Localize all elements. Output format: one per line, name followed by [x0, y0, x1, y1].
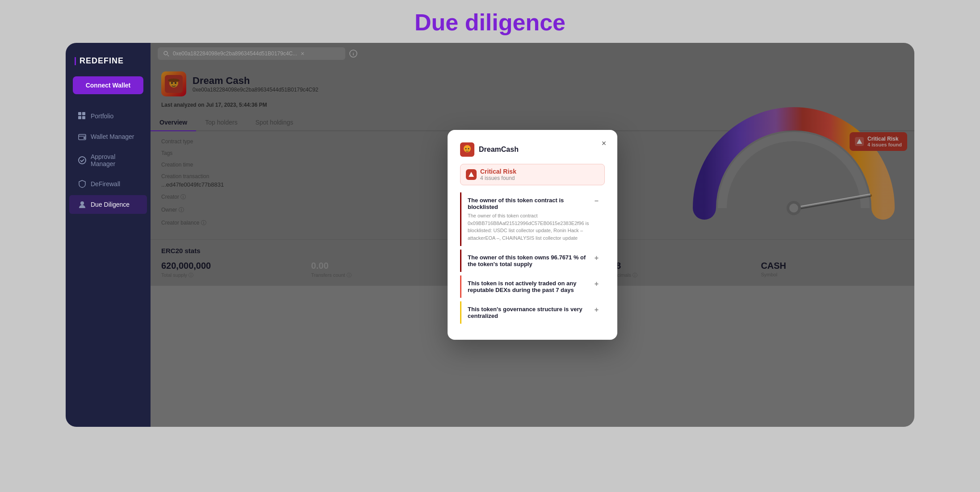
svg-rect-1: [82, 112, 85, 115]
sidebar-item-defirewall[interactable]: DeFirewall: [69, 175, 147, 193]
list-item: The owner of this token owns 96.7671 % o…: [460, 250, 605, 272]
modal-token-avatar: [460, 142, 474, 157]
logo-bar-icon: [75, 57, 76, 65]
connect-wallet-button[interactable]: Connect Wallet: [73, 76, 143, 94]
list-item: This token's governance structure is ver…: [460, 301, 605, 324]
sidebar-item-label-wallet: Wallet Manager: [91, 133, 134, 140]
issue-title-owns-supply: The owner of this token owns 96.7671 % o…: [468, 254, 599, 267]
issue-toggle-blocklisted[interactable]: –: [595, 197, 599, 205]
modal-token-name: DreamCash: [479, 146, 519, 154]
modal-header: DreamCash: [460, 142, 605, 157]
issue-desc-blocklisted: The owner of this token contract 0x09BB7…: [468, 212, 599, 242]
main-content: 0xe00a182284098e9c2ba89634544d51B0179c4C…: [151, 43, 914, 427]
svg-rect-25: [471, 174, 472, 175]
sidebar-item-portfolio[interactable]: Portfolio: [69, 107, 147, 125]
issue-title-blocklisted: The owner of this token contract is bloc…: [468, 197, 599, 210]
svg-rect-0: [78, 112, 81, 115]
modal-risk-count: 4 issues found: [480, 175, 516, 181]
sidebar-nav: Portfolio Wallet Manager Approval Manage…: [66, 107, 151, 214]
issue-toggle-centralized[interactable]: +: [595, 306, 599, 314]
modal-risk-info: Critical Risk 4 issues found: [480, 168, 516, 181]
svg-point-24: [468, 148, 469, 150]
sidebar-item-label-defirewall: DeFirewall: [91, 180, 120, 188]
due-diligence-icon: [78, 200, 86, 208]
modal-overlay[interactable]: × DreamCash: [151, 43, 914, 427]
sidebar-item-label-due-diligence: Due Diligence: [91, 201, 130, 208]
list-item: The owner of this token contract is bloc…: [460, 192, 605, 246]
issue-text-not-traded: This token is not actively traded on any…: [468, 280, 591, 293]
svg-point-23: [465, 148, 467, 150]
app-container: REDEFINE Connect Wallet Portfolio: [66, 43, 914, 427]
modal-risk-badge: Critical Risk 4 issues found: [460, 164, 605, 185]
grid-icon: [78, 112, 86, 120]
check-icon: [78, 156, 86, 164]
issue-text-owns-supply: The owner of this token owns 96.7671 % o…: [468, 254, 591, 267]
sidebar: REDEFINE Connect Wallet Portfolio: [66, 43, 151, 427]
modal-risk-icon: [466, 169, 477, 180]
sidebar-item-label-approval: Approval Manager: [91, 153, 138, 167]
logo-text: REDEFINE: [80, 56, 124, 66]
svg-point-7: [80, 201, 84, 205]
sidebar-item-due-diligence[interactable]: Due Diligence: [69, 195, 147, 214]
issue-toggle-not-traded[interactable]: +: [595, 280, 599, 288]
sidebar-item-wallet-manager[interactable]: Wallet Manager: [69, 127, 147, 146]
issue-text-centralized: This token's governance structure is ver…: [468, 306, 591, 319]
issue-toggle-owns-supply[interactable]: +: [595, 254, 599, 262]
issue-text-blocklisted: The owner of this token contract is bloc…: [468, 197, 591, 210]
page-title: Due diligence: [415, 9, 565, 36]
sidebar-item-approval-manager[interactable]: Approval Manager: [69, 148, 147, 173]
issue-title-not-traded: This token is not actively traded on any…: [468, 280, 599, 293]
svg-point-5: [84, 138, 85, 139]
list-item: This token is not actively traded on any…: [460, 275, 605, 298]
svg-rect-2: [78, 116, 81, 119]
issue-title-centralized: This token's governance structure is ver…: [468, 306, 599, 319]
sidebar-item-label-portfolio: Portfolio: [91, 113, 113, 120]
sidebar-logo: REDEFINE: [66, 52, 151, 76]
issue-list: The owner of this token contract is bloc…: [460, 192, 605, 327]
modal-risk-label: Critical Risk: [480, 168, 516, 175]
shield-icon: [78, 180, 86, 188]
svg-point-6: [79, 157, 86, 164]
modal: × DreamCash: [448, 130, 617, 340]
wallet-icon: [78, 133, 86, 141]
svg-rect-3: [82, 116, 85, 119]
modal-close-button[interactable]: ×: [598, 137, 610, 150]
svg-point-26: [471, 176, 471, 176]
